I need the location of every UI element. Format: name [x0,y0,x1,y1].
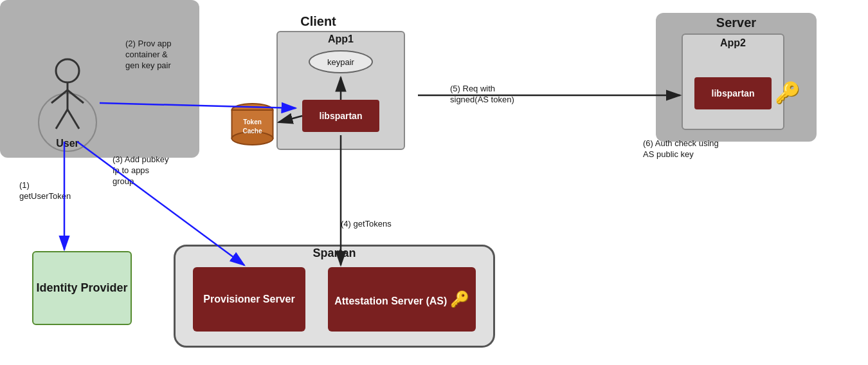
app1-label: App1 [276,33,405,45]
svg-point-6 [56,59,79,82]
client-box [0,0,199,158]
libspartan-app1-label: libspartan [320,111,363,121]
annotation-step3: (3) Add pubkey fp to apps group [113,154,168,187]
server-label: Server [656,15,817,30]
keypair-label: keypair [327,57,354,67]
svg-text:User: User [56,138,79,149]
svg-text:Cache: Cache [242,127,262,135]
client-label: Client [219,14,418,29]
provisioner-label: Provisioner Server [203,293,294,306]
idp-label: Identity Provider [36,281,127,295]
key-icon-server: 🔑 [775,80,800,105]
architecture-diagram: Client App1 keypair libspartan Token Cac… [0,0,868,365]
keypair-oval: keypair [309,50,373,73]
attestation-box: Attestation Server (AS) 🔑 [328,267,476,332]
spartan-label: Spartan [174,247,495,260]
token-cache: Token Cache [228,100,276,148]
libspartan-app2-box: libspartan [694,77,772,109]
annotation-step4: (4) getTokens [341,219,392,230]
app1-box [276,31,405,150]
provisioner-box: Provisioner Server [193,267,305,332]
libspartan-app1-box: libspartan [302,100,379,132]
user-figure: User [35,51,100,154]
libspartan-app2-label: libspartan [712,88,755,98]
attestation-label: Attestation Server (AS) 🔑 [334,289,469,309]
annotation-step5: (5) Req with signed(AS token) [450,84,514,106]
idp-box: Identity Provider [32,251,132,325]
annotation-step1: (1) getUserToken [19,180,71,202]
annotation-step2: (2) Prov app container & gen key pair [125,39,172,71]
annotation-step6: (6) Auth check using AS public key [643,138,719,160]
app2-label: App2 [682,37,784,49]
svg-text:Token: Token [243,118,262,126]
